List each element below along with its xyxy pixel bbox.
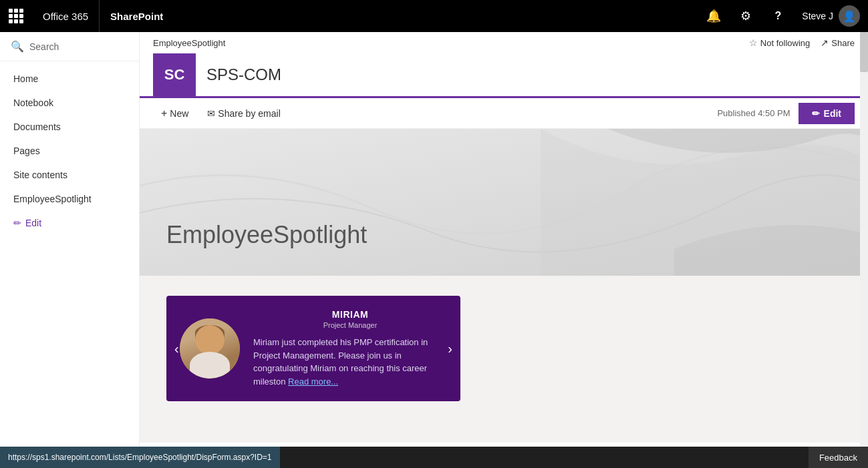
- employee-photo: [180, 318, 240, 379]
- employee-bio: Miriam just completed his PMP certificat…: [253, 336, 447, 388]
- employee-spotlight-section: ‹ MIRIAM Project Manager: [140, 276, 868, 443]
- bio-read-more-link[interactable]: Read more...: [288, 377, 338, 387]
- action-toolbar: + New ✉ Share by email Published 4:50 PM…: [140, 96, 868, 128]
- page-content: EmployeeSpotlight ‹: [140, 129, 868, 468]
- edit-pencil-icon: ✏: [812, 108, 820, 119]
- follow-button[interactable]: ☆ Not following: [749, 37, 810, 48]
- top-navigation: Office 365 SharePoint 🔔 ⚙ ? Steve J 👤: [0, 0, 868, 32]
- hero-background-svg: [140, 129, 868, 276]
- card-next-button[interactable]: ›: [442, 336, 458, 362]
- waffle-icon: [9, 9, 23, 23]
- help-button[interactable]: ?: [762, 0, 794, 32]
- main-layout: 🔍 Search Home Notebook Documents Pages S…: [0, 32, 868, 468]
- bio-text: Miriam just completed his PMP certificat…: [253, 337, 428, 387]
- sidebar-edit-label: Edit: [25, 218, 41, 228]
- employee-job-title: Project Manager: [253, 321, 447, 329]
- search-bar[interactable]: 🔍 Search: [0, 32, 139, 61]
- card-prev-button[interactable]: ‹: [169, 336, 184, 362]
- site-title: SPS-COM: [206, 65, 281, 84]
- sidebar-item-site-contents[interactable]: Site contents: [0, 163, 139, 187]
- user-menu-button[interactable]: Steve J 👤: [794, 5, 868, 27]
- sidebar: 🔍 Search Home Notebook Documents Pages S…: [0, 32, 140, 468]
- sidebar-item-pages[interactable]: Pages: [0, 139, 139, 163]
- edit-page-button[interactable]: ✏ Edit: [799, 103, 855, 124]
- email-icon: ✉: [207, 108, 215, 119]
- sidebar-item-documents[interactable]: Documents: [0, 115, 139, 139]
- share-icon: ↗: [821, 37, 829, 48]
- share-by-email-button[interactable]: ✉ Share by email: [199, 104, 288, 123]
- share-button[interactable]: ↗ Share: [821, 37, 855, 48]
- site-logo: SC: [153, 53, 196, 96]
- notifications-button[interactable]: 🔔: [698, 0, 730, 32]
- sidebar-item-home[interactable]: Home: [0, 67, 139, 91]
- plus-icon: +: [161, 107, 167, 120]
- sidebar-edit-button[interactable]: ✏ Edit: [0, 211, 139, 235]
- help-icon: ?: [774, 10, 781, 22]
- settings-button[interactable]: ⚙: [730, 0, 762, 32]
- sidebar-navigation: Home Notebook Documents Pages Site conte…: [0, 61, 139, 468]
- page-title: EmployeeSpotlight: [166, 221, 367, 249]
- employee-name: MIRIAM: [253, 309, 447, 320]
- new-label: New: [170, 108, 188, 119]
- content-area: EmployeeSpotlight ☆ Not following ↗ Shar…: [140, 32, 868, 468]
- site-header: EmployeeSpotlight ☆ Not following ↗ Shar…: [140, 32, 868, 129]
- sidebar-item-notebook[interactable]: Notebook: [0, 91, 139, 115]
- site-logo-initials: SC: [164, 66, 185, 83]
- share-by-email-label: Share by email: [218, 108, 280, 119]
- breadcrumb: EmployeeSpotlight: [153, 38, 225, 48]
- user-name-label: Steve J: [802, 11, 833, 21]
- gear-icon: ⚙: [740, 9, 751, 23]
- search-label: Search: [29, 41, 59, 52]
- employee-info: MIRIAM Project Manager Miriam just compl…: [253, 309, 447, 388]
- site-branding: SC SPS-COM: [140, 53, 868, 96]
- follow-label: Not following: [760, 38, 810, 48]
- bell-icon: 🔔: [706, 9, 721, 23]
- toolbar-left: + New ✉ Share by email: [153, 103, 717, 124]
- share-label: Share: [831, 38, 855, 48]
- employee-card: ‹ MIRIAM Project Manager: [166, 296, 460, 401]
- star-icon: ☆: [749, 37, 758, 48]
- sidebar-item-employee-spotlight[interactable]: EmployeeSpotlight: [0, 187, 139, 211]
- employee-photo-image: [180, 318, 240, 379]
- scrollbar[interactable]: [860, 32, 868, 468]
- breadcrumb-actions: ☆ Not following ↗ Share: [749, 37, 855, 48]
- card-inner: MIRIAM Project Manager Miriam just compl…: [180, 309, 447, 388]
- toolbar-right: Published 4:50 PM ✏ Edit: [717, 103, 855, 124]
- sharepoint-label[interactable]: SharePoint: [100, 0, 174, 32]
- new-button[interactable]: + New: [153, 103, 196, 124]
- avatar: 👤: [839, 5, 860, 27]
- scrollbar-thumb[interactable]: [860, 32, 868, 72]
- search-icon: 🔍: [11, 40, 24, 53]
- breadcrumb-bar: EmployeeSpotlight ☆ Not following ↗ Shar…: [140, 32, 868, 53]
- office365-label[interactable]: Office 365: [32, 0, 100, 32]
- hero-section: EmployeeSpotlight: [140, 129, 868, 276]
- waffle-menu-button[interactable]: [0, 0, 32, 32]
- published-status: Published 4:50 PM: [717, 108, 790, 118]
- edit-pencil-icon: ✏: [13, 218, 21, 228]
- avatar-icon: 👤: [843, 10, 856, 23]
- edit-label: Edit: [824, 108, 841, 119]
- nav-right-area: 🔔 ⚙ ? Steve J 👤: [698, 0, 868, 32]
- status-url: https://sps1.sharepoint.com/Lists/Employ…: [0, 447, 280, 468]
- status-bar: https://sps1.sharepoint.com/Lists/Employ…: [0, 447, 868, 468]
- feedback-button[interactable]: Feedback: [809, 447, 868, 468]
